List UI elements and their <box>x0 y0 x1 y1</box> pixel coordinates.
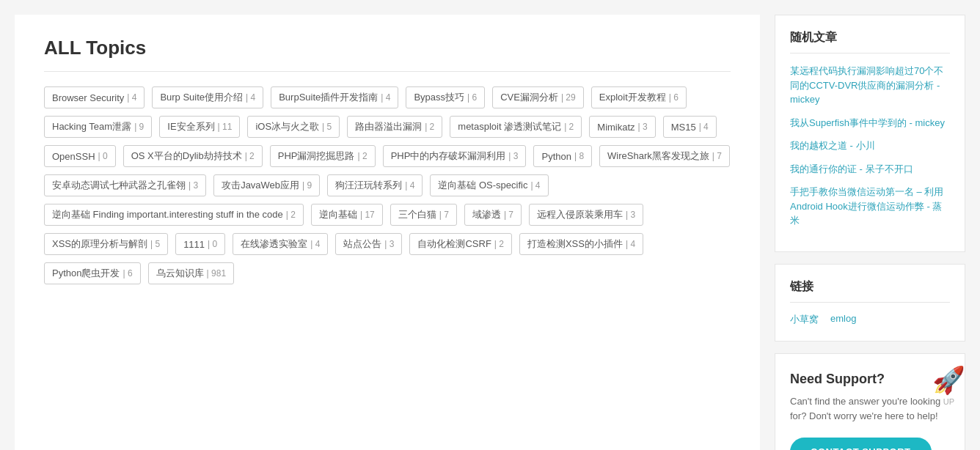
topic-label: PHP中的内存破坏漏洞利用 <box>391 150 506 163</box>
topic-label: Hacking Team泄露 <box>52 120 131 133</box>
topic-tag[interactable]: 逆向基础 OS-specific | 4 <box>430 174 548 196</box>
topic-label: Browser Security <box>52 92 124 103</box>
topic-tag[interactable]: 在线渗透实验室 | 4 <box>233 233 328 255</box>
topic-label: 狗汪汪玩转系列 <box>335 179 402 192</box>
external-link[interactable]: 小草窝 <box>790 313 819 326</box>
topic-tag[interactable]: 逆向基础 Finding important.interesting stuff… <box>44 204 304 226</box>
random-article-link[interactable]: 我从Superfish事件中学到的 - mickey <box>790 116 950 130</box>
topic-label: 乌云知识库 <box>156 267 204 280</box>
topic-tag[interactable]: 域渗透 | 7 <box>464 204 522 226</box>
topic-label: 在线渗透实验室 <box>241 237 307 251</box>
scroll-to-top-button[interactable]: 🚀 UP <box>932 365 965 406</box>
random-article-link[interactable]: 我的通行你的证 - 呆子不开口 <box>790 162 950 177</box>
rocket-icon: 🚀 <box>932 365 965 396</box>
topic-label: 1111 <box>183 239 205 250</box>
topic-label: 域渗透 <box>472 208 501 221</box>
topic-tag[interactable]: Burp Suite使用介绍 | 4 <box>152 86 263 108</box>
topic-count: | 0 <box>208 239 217 249</box>
topic-label: metasploit 渗透测试笔记 <box>458 120 561 133</box>
topic-label: OS X平台的Dylib劫持技术 <box>131 150 242 163</box>
topic-label: Python <box>541 151 571 162</box>
topic-tag[interactable]: Mimikatz | 3 <box>589 116 655 138</box>
topic-tag[interactable]: OS X平台的Dylib劫持技术 | 2 <box>123 145 263 167</box>
topic-label: Python爬虫开发 <box>52 267 120 280</box>
topic-label: 远程入侵原装乘用车 <box>537 208 623 221</box>
topic-tag[interactable]: 狗汪汪玩转系列 | 4 <box>327 174 423 196</box>
random-articles-title: 随机文章 <box>790 30 950 54</box>
topic-label: IE安全系列 <box>167 120 214 133</box>
topic-tag[interactable]: 攻击JavaWeb应用 | 9 <box>213 174 320 196</box>
topic-label: PHP漏洞挖掘思路 <box>278 150 355 163</box>
topic-tag[interactable]: CVE漏洞分析 | 29 <box>492 86 584 108</box>
topic-count: | 7 <box>439 210 449 220</box>
random-article-link[interactable]: 手把手教你当微信运动第一名 – 利用Android Hook进行微信运动作弊 -… <box>790 185 950 228</box>
topic-label: Mimikatz <box>597 122 635 133</box>
topic-tag[interactable]: WireShark黑客发现之旅 | 7 <box>599 145 730 167</box>
random-article-link[interactable]: 某远程代码执行漏洞影响超过70个不同的CCTV-DVR供应商的漏洞分析 - mi… <box>790 64 950 107</box>
topic-tag[interactable]: 1111 | 0 <box>175 233 225 255</box>
topic-label: 三个白猫 <box>398 208 436 221</box>
topic-tag[interactable]: BurpSuite插件开发指南 | 4 <box>271 86 398 108</box>
topic-tag[interactable]: 自动化检测CSRF | 2 <box>409 233 512 255</box>
topic-count: | 9 <box>302 180 312 191</box>
topic-label: Bypass技巧 <box>414 91 464 104</box>
topic-tag[interactable]: PHP中的内存破坏漏洞利用 | 3 <box>383 145 527 167</box>
topics-grid: Browser Security | 4Burp Suite使用介绍 | 4Bu… <box>44 86 731 284</box>
topic-tag[interactable]: 站点公告 | 3 <box>335 233 402 255</box>
topic-count: | 2 <box>564 122 574 132</box>
topic-tag[interactable]: PHP漏洞挖掘思路 | 2 <box>270 145 376 167</box>
topic-label: 逆向基础 OS-specific <box>438 179 527 192</box>
topic-count: | 0 <box>98 151 108 161</box>
topic-tag[interactable]: IE安全系列 | 11 <box>159 116 240 138</box>
topic-count: | 2 <box>286 210 296 220</box>
random-article-link[interactable]: 我的越权之道 - 小川 <box>790 139 950 153</box>
topic-tag[interactable]: 安卓动态调试七种武器之孔雀翎 | 3 <box>44 174 206 196</box>
main-content: ALL Topics Browser Security | 4Burp Suit… <box>15 15 760 450</box>
topic-tag[interactable]: Hacking Team泄露 | 9 <box>44 116 152 138</box>
topic-label: Burp Suite使用介绍 <box>160 91 243 104</box>
topic-tag[interactable]: 逆向基础 | 17 <box>311 204 383 226</box>
topic-tag[interactable]: 乌云知识库 | 981 <box>148 262 234 284</box>
links-list: 小草窝emlog <box>790 313 950 326</box>
topic-tag[interactable]: 三个白猫 | 7 <box>390 204 457 226</box>
topic-tag[interactable]: 打造检测XSS的小插件 | 4 <box>519 233 643 255</box>
topic-count: | 4 <box>310 239 320 249</box>
topic-tag[interactable]: Python爬虫开发 | 6 <box>44 262 141 284</box>
topic-label: 安卓动态调试七种武器之孔雀翎 <box>52 179 186 192</box>
topic-count: | 4 <box>405 180 414 191</box>
topic-label: 攻击JavaWeb应用 <box>222 179 299 192</box>
topic-label: 站点公告 <box>343 237 381 251</box>
topic-label: OpenSSH <box>52 151 95 162</box>
topic-label: CVE漏洞分析 <box>500 91 558 104</box>
topic-tag[interactable]: metasploit 渗透测试笔记 | 2 <box>450 116 582 138</box>
topic-count: | 7 <box>504 210 513 220</box>
topic-count: | 5 <box>150 239 160 249</box>
topic-count: | 3 <box>508 151 518 161</box>
topic-tag[interactable]: Python | 8 <box>533 145 592 167</box>
topic-count: | 4 <box>381 92 390 103</box>
topic-count: | 17 <box>360 210 375 220</box>
topic-tag[interactable]: 远程入侵原装乘用车 | 3 <box>529 204 643 226</box>
topic-count: | 11 <box>218 122 233 132</box>
topic-count: | 5 <box>322 122 332 132</box>
topic-tag[interactable]: XSS的原理分析与解剖 | 5 <box>44 233 168 255</box>
topic-label: WireShark黑客发现之旅 <box>607 150 709 163</box>
topic-count: | 4 <box>530 180 540 191</box>
topic-label: 路由器溢出漏洞 <box>355 120 422 133</box>
page-title: ALL Topics <box>44 37 731 72</box>
topic-tag[interactable]: Browser Security | 4 <box>44 86 145 108</box>
topic-tag[interactable]: Exploit开发教程 | 6 <box>591 86 687 108</box>
topic-label: BurpSuite插件开发指南 <box>279 91 378 104</box>
topic-tag[interactable]: MS15 | 4 <box>663 116 717 138</box>
external-link[interactable]: emlog <box>830 313 856 326</box>
topic-tag[interactable]: iOS冰与火之歌 | 5 <box>247 116 340 138</box>
up-label: UP <box>943 397 954 406</box>
topic-count: | 2 <box>494 239 504 249</box>
topic-count: | 9 <box>134 122 144 132</box>
topic-tag[interactable]: 路由器溢出漏洞 | 2 <box>347 116 442 138</box>
topic-count: | 3 <box>189 180 198 191</box>
topic-tag[interactable]: OpenSSH | 0 <box>44 145 116 167</box>
topic-tag[interactable]: Bypass技巧 | 6 <box>406 86 485 108</box>
contact-support-button[interactable]: CONTACT SUPPORT <box>790 438 932 450</box>
topic-count: | 4 <box>626 239 635 249</box>
